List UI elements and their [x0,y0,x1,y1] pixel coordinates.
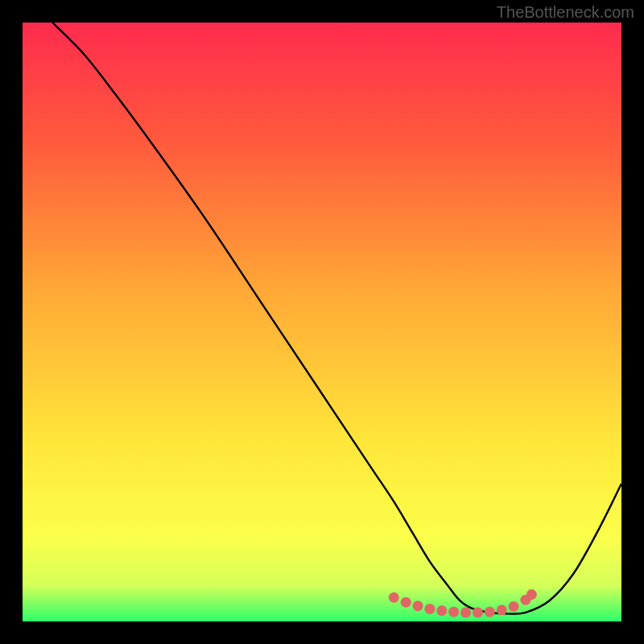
optimal-dot [448,607,459,617]
optimal-dot [389,592,399,603]
optimal-dot [424,604,435,614]
watermark-text: TheBottleneck.com [497,3,634,22]
optimal-dot [526,589,537,600]
gradient-background [23,23,621,621]
optimal-dot [436,605,447,616]
optimal-dot [473,607,483,617]
plot-area [23,23,621,621]
chart-stage: TheBottleneck.com [0,0,644,644]
optimal-dot [509,601,519,612]
optimal-dot [413,601,423,611]
plot-svg [23,23,621,621]
optimal-dot [485,607,495,617]
optimal-dot [401,597,411,608]
optimal-dot [460,607,471,617]
optimal-dot [497,605,507,615]
